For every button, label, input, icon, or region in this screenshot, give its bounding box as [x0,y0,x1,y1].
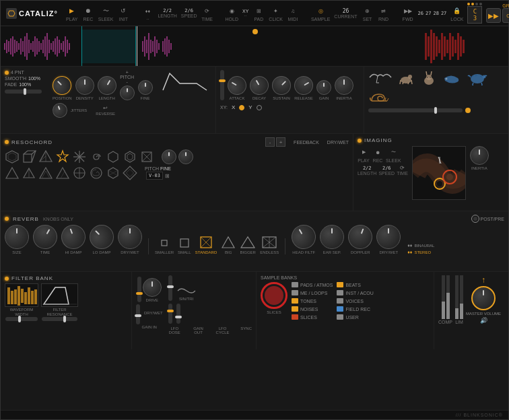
shape-tri-outline[interactable] [5,166,20,180]
sleek-button[interactable]: 〜 [100,5,112,17]
init-button[interactable]: ↺ [117,5,129,17]
shape-box-cross[interactable] [139,149,154,164]
shape-tri-filled[interactable] [22,166,36,180]
sample-group[interactable]: ◎ SAMPLE [311,5,330,22]
deer-icon[interactable] [395,71,417,85]
bank-voices[interactable]: VOICES [337,298,374,304]
imaging-sleek-btn[interactable]: 〜 [387,146,399,158]
rabbit-icon[interactable] [419,70,438,86]
gain-slider[interactable] [220,70,224,100]
hold-button[interactable]: ◉ [226,5,238,17]
shape-pyramid[interactable] [38,149,53,164]
bank-pads[interactable]: PADS / ATMOS [292,282,333,287]
shape-hex-outline[interactable] [106,149,121,164]
bird-icon[interactable] [368,71,393,85]
play-button[interactable]: ▶ [66,5,78,17]
reverb-lodamp-knob[interactable] [85,220,119,254]
shape-star[interactable] [55,149,70,164]
fwd-button[interactable]: ▶▶ [402,5,414,17]
midi-group[interactable]: ♫ MIDI [287,5,299,22]
shape-snowflake[interactable] [72,149,87,164]
head-filt-knob[interactable] [287,220,320,253]
pad-button[interactable]: ⊞ [252,5,265,17]
attack-knob[interactable] [224,73,250,98]
binaural-row[interactable]: ♦♦ BINAURAL [407,243,434,248]
length-val[interactable]: 2/2 [163,8,172,13]
reverb-drywet-knob[interactable] [118,225,142,249]
big-shape[interactable]: BIG [221,236,236,254]
slug-icon[interactable] [441,71,464,85]
xy-group[interactable]: XY ·· [242,9,248,18]
bank-user[interactable]: USER [337,314,374,320]
set-group[interactable]: ⊕ SET [362,5,374,22]
lock-button[interactable]: 🔒 [451,5,463,17]
bank-tones[interactable]: TONES [292,298,333,304]
reverb-drywet2-knob[interactable] [376,225,401,249]
shape-hex-cuts[interactable] [106,166,121,180]
dd-button[interactable]: ♦♦ [141,5,154,17]
drive-knob[interactable] [143,278,162,297]
sample-button[interactable]: ◎ [314,5,327,17]
speaker-icon[interactable]: 🔊 [480,317,487,324]
imaging-time[interactable]: ⟳ TIME [397,165,408,176]
reverse-group[interactable]: ↩ REVERSE [96,105,115,116]
resochord-plus-btn[interactable]: + [276,137,285,147]
fine-knob[interactable] [138,80,153,95]
position-knob[interactable] [49,72,76,99]
shape-circle-lines[interactable] [72,166,87,180]
speed-val[interactable]: 2/6 [184,8,193,13]
imaging-play-btn[interactable]: ▶ [358,146,370,158]
slices-button[interactable] [261,282,287,309]
fwd-group[interactable]: ▶▶ FWD [402,5,414,22]
reverb-time-knob[interactable] [28,220,61,253]
up-arrow-icon[interactable]: ↑ [481,275,485,285]
imaging-play[interactable]: ▶ PLAY [358,146,370,163]
dd-group[interactable]: ♦♦ ·· [141,5,154,22]
lfo-cycle-slider[interactable] [176,304,180,324]
bank-slices[interactable]: SLICES [292,314,333,320]
stereo-row[interactable]: ♦♦ STEREO [407,250,431,254]
gain-in-slider[interactable] [137,277,141,302]
bank-beats[interactable]: BEATS [337,282,374,287]
play-group[interactable]: ▶ PLAY [66,5,78,22]
small-shape[interactable]: SMALL [178,237,191,254]
grain-btn-2[interactable]: CO [502,8,509,23]
resochord-minus-btn[interactable]: - [265,137,275,147]
drywet-slider[interactable] [136,304,140,324]
reverb-hidamp-knob[interactable] [58,221,89,252]
resonance-slider[interactable] [42,317,77,321]
rnd-group[interactable]: ⇌ RND [378,5,390,22]
gain-out-slider[interactable] [168,304,172,324]
width-slider[interactable] [5,317,38,321]
xy-button[interactable]: XY [242,9,248,13]
set-button[interactable]: ⊕ [362,5,374,17]
master-volume-knob[interactable] [471,286,496,310]
shape-tri-nested[interactable] [38,166,53,180]
post-pre-icon[interactable] [471,215,479,223]
bank-noises[interactable]: NOISES [292,306,333,312]
smaller-shape[interactable]: SMALLER [155,237,174,254]
shape-diamond-nested[interactable] [123,166,137,180]
inertia-knob[interactable] [335,76,353,95]
ear-sep-knob[interactable] [320,225,344,249]
reverb-size-knob[interactable] [5,225,29,249]
bank-inst[interactable]: INST / ACOU [337,290,374,295]
shape-spiral[interactable] [89,149,104,164]
shape-hex-double[interactable] [123,149,137,164]
waveform-section[interactable] [1,26,508,67]
animals-speed-slider[interactable] [368,108,463,112]
endless-shape[interactable]: ENDLESS [260,236,279,254]
rec-group[interactable]: ⏺ REC [82,5,94,22]
lock-group[interactable]: 🔒 LOCK [450,5,463,22]
shape-circle-spiral[interactable] [89,166,104,180]
release-knob[interactable] [291,73,316,98]
imaging-inertia-knob[interactable] [470,146,489,165]
pad-group[interactable]: ⊞ PAD [252,5,265,22]
rnd-button[interactable]: ⇌ [378,5,390,17]
shape-tri-hatched[interactable] [55,166,70,180]
bigger-shape[interactable]: BIGGER [240,236,256,254]
shape-cube[interactable] [22,149,36,164]
reso-drywet-knob[interactable] [178,149,193,164]
fade-slider[interactable] [5,90,42,94]
hold-group[interactable]: ◉ HOLD [226,5,238,22]
